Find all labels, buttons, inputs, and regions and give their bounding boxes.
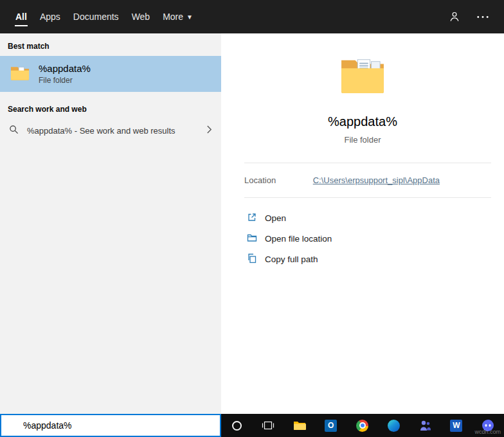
open-file-location-label: Open file location xyxy=(265,234,332,244)
web-suggestion-row[interactable]: %appdata% - See work and web results xyxy=(0,119,221,142)
open-file-location-action[interactable]: Open file location xyxy=(247,228,504,249)
chrome-icon[interactable] xyxy=(346,414,378,437)
best-match-header: Best match xyxy=(0,33,221,56)
folder-icon xyxy=(10,65,30,84)
word-icon[interactable]: W xyxy=(441,414,473,437)
best-match-title: %appdata% xyxy=(39,63,91,74)
more-options-icon[interactable] xyxy=(477,15,489,19)
edge-icon[interactable] xyxy=(378,414,410,437)
search-filter-bar: All Apps Documents Web More ▼ xyxy=(0,0,504,33)
chevron-down-icon: ▼ xyxy=(186,13,193,21)
best-match-subtitle: File folder xyxy=(39,76,91,85)
web-suggestion-label: %appdata% - See work and web results xyxy=(27,126,198,136)
preview-panel: %appdata% File folder Location C:\Users\… xyxy=(221,33,504,414)
teams-icon[interactable] xyxy=(410,414,441,437)
web-section-header: Search work and web xyxy=(0,92,221,119)
preview-subtitle: File folder xyxy=(344,135,381,145)
preview-title: %appdata% xyxy=(328,114,397,129)
tab-more[interactable]: More ▼ xyxy=(156,0,199,33)
location-label: Location xyxy=(244,175,276,185)
tab-documents[interactable]: Documents xyxy=(67,0,125,33)
tab-all-label: All xyxy=(15,12,27,22)
tab-apps-label: Apps xyxy=(40,12,60,22)
preview-header: %appdata% File folder xyxy=(221,33,504,145)
search-icon xyxy=(9,125,19,137)
search-flyout-body: Best match %appdata% File folder Search … xyxy=(0,33,504,414)
folder-large-icon xyxy=(339,55,386,98)
chevron-right-icon[interactable] xyxy=(206,125,212,137)
feedback-user-icon[interactable] xyxy=(449,11,460,22)
bottom-bar: O W wcdn.com xyxy=(0,414,504,437)
results-panel: Best match %appdata% File folder Search … xyxy=(0,33,221,414)
tab-web[interactable]: Web xyxy=(125,0,157,33)
discord-icon[interactable] xyxy=(472,414,503,437)
search-input[interactable] xyxy=(0,414,221,437)
file-explorer-icon[interactable] xyxy=(284,414,316,437)
open-action[interactable]: Open xyxy=(247,208,504,228)
outlook-icon[interactable]: O xyxy=(315,414,346,437)
copy-full-path-label: Copy full path xyxy=(265,254,318,264)
folder-location-icon xyxy=(247,233,257,245)
filter-tabs: All Apps Documents Web More ▼ xyxy=(0,0,199,33)
tab-documents-label: Documents xyxy=(73,12,119,22)
topbar-actions xyxy=(449,0,504,33)
task-view-icon[interactable] xyxy=(253,414,284,437)
location-row: Location C:\Users\erpsupport_sipl\AppDat… xyxy=(221,163,504,197)
copy-icon xyxy=(247,253,257,265)
copy-full-path-action[interactable]: Copy full path xyxy=(247,249,504,269)
cortana-icon[interactable] xyxy=(221,414,253,437)
open-icon xyxy=(247,212,257,224)
open-action-label: Open xyxy=(265,213,286,223)
tab-web-label: Web xyxy=(132,12,150,22)
tab-apps[interactable]: Apps xyxy=(33,0,67,33)
tab-more-label: More xyxy=(163,12,183,22)
taskbar: O W wcdn.com xyxy=(221,414,504,437)
location-link[interactable]: C:\Users\erpsupport_sipl\AppData xyxy=(313,175,440,185)
tab-all[interactable]: All xyxy=(9,0,33,33)
context-actions: Open Open file location xyxy=(221,198,504,269)
best-match-result[interactable]: %appdata% File folder xyxy=(0,56,221,92)
